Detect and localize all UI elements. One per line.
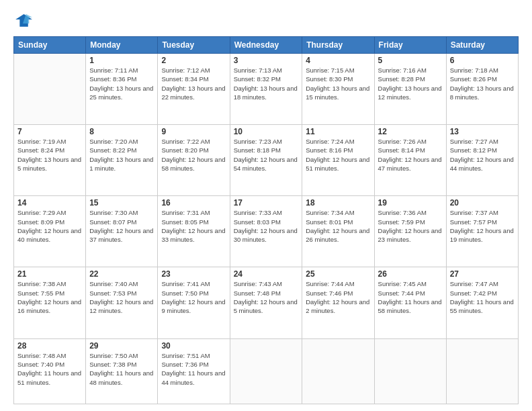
day-info: Sunrise: 7:22 AMSunset: 8:20 PMDaylight:…	[161, 137, 226, 173]
calendar-cell	[14, 54, 86, 125]
calendar-cell: 29Sunrise: 7:50 AMSunset: 7:38 PMDayligh…	[86, 338, 158, 404]
day-info: Sunrise: 7:15 AMSunset: 8:30 PMDaylight:…	[306, 66, 370, 101]
weekday-header-saturday: Saturday	[446, 37, 518, 54]
weekday-header-tuesday: Tuesday	[158, 37, 230, 54]
day-info: Sunrise: 7:11 AMSunset: 8:36 PMDaylight:…	[89, 66, 154, 101]
day-info: Sunrise: 7:26 AMSunset: 8:14 PMDaylight:…	[378, 137, 443, 173]
calendar-cell: 11Sunrise: 7:24 AMSunset: 8:16 PMDayligh…	[302, 125, 374, 196]
calendar-cell: 30Sunrise: 7:51 AMSunset: 7:36 PMDayligh…	[158, 338, 230, 404]
day-number: 4	[306, 56, 370, 65]
calendar-cell: 26Sunrise: 7:45 AMSunset: 7:44 PMDayligh…	[374, 267, 446, 338]
day-number: 27	[450, 269, 515, 279]
day-info: Sunrise: 7:47 AMSunset: 7:42 PMDaylight:…	[450, 279, 515, 315]
day-number: 20	[450, 198, 515, 208]
day-number: 5	[378, 56, 443, 65]
calendar-cell: 10Sunrise: 7:23 AMSunset: 8:18 PMDayligh…	[230, 125, 302, 196]
day-number: 1	[89, 56, 154, 65]
day-info: Sunrise: 7:48 AMSunset: 7:40 PMDaylight:…	[17, 351, 82, 387]
calendar-cell: 27Sunrise: 7:47 AMSunset: 7:42 PMDayligh…	[446, 267, 518, 338]
header	[13, 12, 519, 31]
page: SundayMondayTuesdayWednesdayThursdayFrid…	[0, 0, 532, 411]
day-number: 28	[17, 341, 82, 351]
day-info: Sunrise: 7:30 AMSunset: 8:07 PMDaylight:…	[89, 208, 154, 244]
weekday-header-thursday: Thursday	[302, 37, 374, 54]
day-info: Sunrise: 7:40 AMSunset: 7:53 PMDaylight:…	[89, 279, 154, 315]
week-row-4: 21Sunrise: 7:38 AMSunset: 7:55 PMDayligh…	[14, 267, 519, 338]
calendar-cell: 14Sunrise: 7:29 AMSunset: 8:09 PMDayligh…	[14, 196, 86, 267]
day-info: Sunrise: 7:51 AMSunset: 7:36 PMDaylight:…	[161, 351, 226, 387]
calendar-cell: 4Sunrise: 7:15 AMSunset: 8:30 PMDaylight…	[302, 54, 374, 125]
day-number: 12	[378, 127, 443, 136]
day-number: 2	[161, 56, 226, 65]
calendar-cell: 22Sunrise: 7:40 AMSunset: 7:53 PMDayligh…	[86, 267, 158, 338]
day-info: Sunrise: 7:44 AMSunset: 7:46 PMDaylight:…	[306, 279, 370, 315]
day-info: Sunrise: 7:41 AMSunset: 7:50 PMDaylight:…	[161, 279, 226, 315]
calendar-cell: 19Sunrise: 7:36 AMSunset: 7:59 PMDayligh…	[374, 196, 446, 267]
day-number: 13	[450, 127, 515, 136]
calendar-cell: 18Sunrise: 7:34 AMSunset: 8:01 PMDayligh…	[302, 196, 374, 267]
calendar-cell	[230, 338, 302, 404]
day-number: 30	[161, 341, 226, 351]
weekday-header-monday: Monday	[86, 37, 158, 54]
day-info: Sunrise: 7:23 AMSunset: 8:18 PMDaylight:…	[234, 137, 299, 173]
day-info: Sunrise: 7:36 AMSunset: 7:59 PMDaylight:…	[378, 208, 443, 244]
calendar-cell: 17Sunrise: 7:33 AMSunset: 8:03 PMDayligh…	[230, 196, 302, 267]
calendar-cell: 24Sunrise: 7:43 AMSunset: 7:48 PMDayligh…	[230, 267, 302, 338]
calendar-cell: 21Sunrise: 7:38 AMSunset: 7:55 PMDayligh…	[14, 267, 86, 338]
day-number: 14	[17, 198, 82, 208]
calendar-cell: 16Sunrise: 7:31 AMSunset: 8:05 PMDayligh…	[158, 196, 230, 267]
day-number: 16	[161, 198, 226, 208]
week-row-1: 1Sunrise: 7:11 AMSunset: 8:36 PMDaylight…	[14, 54, 519, 125]
day-number: 3	[234, 56, 299, 65]
calendar-cell: 5Sunrise: 7:16 AMSunset: 8:28 PMDaylight…	[374, 54, 446, 125]
calendar-cell: 20Sunrise: 7:37 AMSunset: 7:57 PMDayligh…	[446, 196, 518, 267]
day-info: Sunrise: 7:31 AMSunset: 8:05 PMDaylight:…	[161, 208, 226, 244]
calendar-cell: 2Sunrise: 7:12 AMSunset: 8:34 PMDaylight…	[158, 54, 230, 125]
day-number: 8	[89, 127, 154, 136]
day-number: 26	[378, 269, 443, 279]
calendar-cell: 23Sunrise: 7:41 AMSunset: 7:50 PMDayligh…	[158, 267, 230, 338]
day-info: Sunrise: 7:24 AMSunset: 8:16 PMDaylight:…	[306, 137, 370, 173]
day-info: Sunrise: 7:34 AMSunset: 8:01 PMDaylight:…	[306, 208, 370, 244]
day-number: 23	[161, 269, 226, 279]
day-info: Sunrise: 7:37 AMSunset: 7:57 PMDaylight:…	[450, 208, 515, 244]
day-number: 6	[450, 56, 515, 65]
calendar-cell: 9Sunrise: 7:22 AMSunset: 8:20 PMDaylight…	[158, 125, 230, 196]
weekday-header-sunday: Sunday	[14, 37, 86, 54]
weekday-header-friday: Friday	[374, 37, 446, 54]
day-number: 24	[234, 269, 299, 279]
day-info: Sunrise: 7:20 AMSunset: 8:22 PMDaylight:…	[89, 137, 154, 173]
calendar-cell: 3Sunrise: 7:13 AMSunset: 8:32 PMDaylight…	[230, 54, 302, 125]
calendar-cell: 7Sunrise: 7:19 AMSunset: 8:24 PMDaylight…	[14, 125, 86, 196]
day-number: 21	[17, 269, 82, 279]
calendar-cell: 25Sunrise: 7:44 AMSunset: 7:46 PMDayligh…	[302, 267, 374, 338]
week-row-5: 28Sunrise: 7:48 AMSunset: 7:40 PMDayligh…	[14, 338, 519, 404]
calendar-cell	[374, 338, 446, 404]
calendar-cell: 1Sunrise: 7:11 AMSunset: 8:36 PMDaylight…	[86, 54, 158, 125]
day-number: 17	[234, 198, 299, 208]
day-number: 7	[17, 127, 82, 136]
calendar-cell	[302, 338, 374, 404]
day-number: 22	[89, 269, 154, 279]
weekday-header-row: SundayMondayTuesdayWednesdayThursdayFrid…	[14, 37, 519, 54]
day-number: 9	[161, 127, 226, 136]
day-number: 18	[306, 198, 370, 208]
week-row-2: 7Sunrise: 7:19 AMSunset: 8:24 PMDaylight…	[14, 125, 519, 196]
week-row-3: 14Sunrise: 7:29 AMSunset: 8:09 PMDayligh…	[14, 196, 519, 267]
calendar-cell: 12Sunrise: 7:26 AMSunset: 8:14 PMDayligh…	[374, 125, 446, 196]
day-info: Sunrise: 7:19 AMSunset: 8:24 PMDaylight:…	[17, 137, 82, 173]
calendar-cell: 6Sunrise: 7:18 AMSunset: 8:26 PMDaylight…	[446, 54, 518, 125]
day-info: Sunrise: 7:50 AMSunset: 7:38 PMDaylight:…	[89, 351, 154, 387]
day-number: 25	[306, 269, 370, 279]
day-number: 19	[378, 198, 443, 208]
calendar-cell	[446, 338, 518, 404]
weekday-header-wednesday: Wednesday	[230, 37, 302, 54]
day-info: Sunrise: 7:45 AMSunset: 7:44 PMDaylight:…	[378, 279, 443, 315]
day-number: 10	[234, 127, 299, 136]
day-info: Sunrise: 7:13 AMSunset: 8:32 PMDaylight:…	[234, 66, 299, 101]
day-info: Sunrise: 7:33 AMSunset: 8:03 PMDaylight:…	[234, 208, 299, 244]
day-number: 15	[89, 198, 154, 208]
calendar-cell: 8Sunrise: 7:20 AMSunset: 8:22 PMDaylight…	[86, 125, 158, 196]
day-info: Sunrise: 7:27 AMSunset: 8:12 PMDaylight:…	[450, 137, 515, 173]
day-info: Sunrise: 7:16 AMSunset: 8:28 PMDaylight:…	[378, 66, 443, 101]
